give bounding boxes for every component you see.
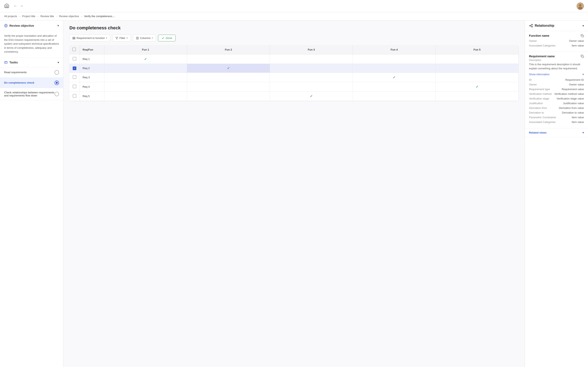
check-cell[interactable]: [187, 54, 270, 64]
table-row[interactable]: Req 3✓: [69, 73, 519, 82]
breadcrumb-all-projects[interactable]: All projects: [4, 15, 17, 18]
check-cell[interactable]: ✓: [187, 64, 270, 73]
check-cell[interactable]: [436, 73, 519, 82]
check-cell[interactable]: ✓: [353, 73, 436, 82]
info-value: Verification method value: [554, 92, 584, 95]
columns-chevron: ▾: [152, 37, 153, 39]
table-row[interactable]: ✓Req 2✓: [69, 64, 519, 73]
check-cell[interactable]: [187, 73, 270, 82]
check-cell[interactable]: [436, 64, 519, 73]
view-selector-label: Requirement to function: [77, 36, 105, 40]
info-label: ID: [529, 78, 532, 81]
check-cell[interactable]: [104, 73, 187, 82]
check-cell[interactable]: [353, 54, 436, 64]
filter-button[interactable]: Filter ▾: [112, 35, 131, 42]
row-checkbox[interactable]: [73, 85, 76, 88]
svg-rect-15: [136, 37, 139, 39]
col-fun4: Fun 4: [353, 45, 436, 54]
main-layout: Review objective ▾ Verify the proper tra…: [0, 20, 588, 367]
check-cell[interactable]: [187, 92, 270, 101]
tasks-title: Tasks: [4, 60, 18, 64]
owner-value: Owner value: [569, 39, 584, 42]
check-cell[interactable]: ✓: [436, 82, 519, 92]
breadcrumb-sep-4: →: [80, 15, 83, 18]
table-row[interactable]: Req 1✓: [69, 54, 519, 64]
breadcrumb-project-title[interactable]: Project title: [22, 15, 35, 18]
check-cell[interactable]: [270, 64, 353, 73]
view-selector-button[interactable]: Requirement to function ▾: [69, 35, 110, 42]
done-button[interactable]: Done: [158, 35, 176, 42]
info-label: Verification method: [529, 92, 552, 95]
row-checkbox[interactable]: [73, 75, 76, 79]
check-cell[interactable]: [104, 92, 187, 101]
check-cell[interactable]: ✓: [104, 54, 187, 64]
check-cell[interactable]: ✓: [270, 92, 353, 101]
check-cell[interactable]: [104, 82, 187, 92]
breadcrumb-review-objective[interactable]: Review objective: [59, 15, 79, 18]
task-item-check-relationships[interactable]: Check relationships between requirements…: [0, 88, 63, 100]
check-cell[interactable]: [436, 92, 519, 101]
row-checkbox[interactable]: [73, 94, 76, 98]
row-checkbox[interactable]: [73, 57, 76, 60]
description-label: Description: [529, 59, 584, 62]
task-label-relationships: Check relationships between requirements…: [4, 91, 54, 97]
owner-label: Owner: [529, 39, 537, 42]
row-checkbox[interactable]: ✓: [73, 67, 76, 70]
show-information-button[interactable]: Show information ▾: [529, 73, 584, 76]
check-cell[interactable]: [270, 54, 353, 64]
select-all-checkbox[interactable]: [72, 48, 76, 51]
check-cell[interactable]: [353, 82, 436, 92]
function-copy-icon[interactable]: [581, 34, 584, 37]
breadcrumb-review-title[interactable]: Review title: [40, 15, 54, 18]
info-label: Verification stage: [529, 97, 549, 100]
review-objective-header[interactable]: Review objective ▾: [0, 20, 63, 31]
requirement-copy-icon[interactable]: [581, 55, 584, 58]
task-radio-read: [54, 70, 59, 75]
info-value: Owner value: [569, 83, 584, 86]
table-row[interactable]: Req 4✓: [69, 82, 519, 92]
task-item-read-requirements[interactable]: Read requirements: [0, 67, 63, 78]
columns-button[interactable]: Columns ▾: [133, 35, 156, 42]
checkmark-icon: ✓: [227, 67, 230, 70]
tasks-label: Tasks: [9, 60, 18, 64]
user-avatar[interactable]: [577, 2, 584, 10]
table-row[interactable]: Req 5✓: [69, 92, 519, 101]
info-row: Parametric ConstraintsItem value: [529, 116, 584, 119]
checkmark-icon: ✓: [476, 85, 478, 89]
check-cell[interactable]: [270, 73, 353, 82]
req-name-cell: Req 4: [80, 82, 104, 92]
nav-arrows: ← →: [13, 4, 23, 8]
info-row: Derivation toDerivation to value: [529, 111, 584, 114]
breadcrumb-sep-3: →: [55, 15, 58, 18]
check-cell[interactable]: [353, 64, 436, 73]
view-icon: [72, 37, 75, 40]
filter-chevron: ▾: [127, 37, 128, 39]
svg-point-2: [578, 7, 582, 9]
requirement-section: Requirement name Description This is the…: [525, 52, 588, 128]
info-value: Verification stage value: [557, 97, 584, 100]
tasks-icon: [4, 60, 8, 64]
back-button[interactable]: ←: [13, 4, 17, 8]
svg-point-19: [532, 24, 533, 25]
row-checkbox-cell: ✓: [69, 64, 80, 73]
task-item-completeness-check[interactable]: Do completeness check: [0, 78, 63, 88]
check-cell[interactable]: [270, 82, 353, 92]
check-cell[interactable]: [187, 82, 270, 92]
check-cell[interactable]: [104, 64, 187, 73]
info-row: Verification stageVerification stage val…: [529, 97, 584, 100]
tasks-header[interactable]: Tasks ▾: [0, 58, 63, 67]
home-button[interactable]: [4, 3, 9, 9]
check-cell[interactable]: [353, 92, 436, 101]
related-views-button[interactable]: Related views ▾: [525, 128, 588, 137]
req-name-cell: Req 5: [80, 92, 104, 101]
info-row: IDRequirement ID: [529, 78, 584, 81]
review-objective-chevron: ▾: [57, 24, 59, 27]
objective-icon: [4, 24, 8, 27]
function-name-title: Function name: [529, 34, 584, 37]
done-label: Done: [166, 36, 172, 40]
forward-button[interactable]: →: [20, 4, 23, 8]
relationship-chevron[interactable]: ▾: [582, 24, 584, 27]
info-value: Justification value: [563, 102, 584, 105]
info-value: Requirement ID: [565, 78, 584, 81]
check-cell[interactable]: [436, 54, 519, 64]
